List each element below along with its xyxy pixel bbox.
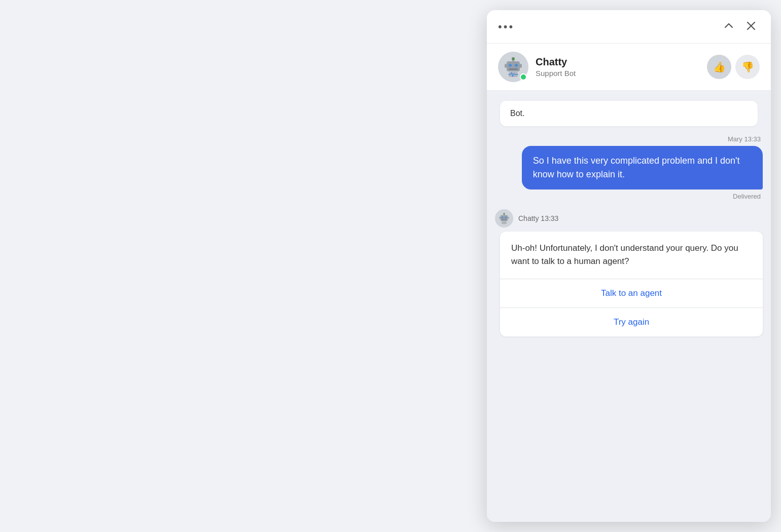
user-message-bubble: So I have this very complicated problem … (522, 146, 763, 189)
try-again-button[interactable]: Try again (500, 308, 763, 336)
partial-bot-bubble: Bot. (500, 101, 758, 126)
topbar-actions (720, 19, 760, 34)
menu-dots[interactable]: ••• (498, 20, 514, 33)
svg-rect-5 (509, 68, 518, 70)
thumbs-down-button[interactable]: 👎 (735, 55, 760, 79)
agent-info: Chatty Support Bot (498, 52, 576, 82)
talk-to-agent-button[interactable]: Talk to an agent (500, 279, 763, 308)
thumbs-up-button[interactable]: 👍 (707, 55, 731, 79)
agent-text-info: Chatty Support Bot (536, 56, 576, 78)
collapse-button[interactable] (720, 19, 737, 34)
chat-body: Bot. Mary 13:33 So I have this very comp… (487, 91, 771, 522)
close-button[interactable] (742, 19, 760, 34)
agent-avatar-wrap (498, 52, 528, 82)
agent-status-dot (520, 73, 527, 81)
agent-header: Chatty Support Bot 👍 👎 (487, 44, 771, 91)
agent-name: Chatty (536, 56, 576, 68)
chat-widget: ••• (487, 10, 771, 522)
svg-rect-14 (502, 219, 507, 220)
svg-rect-19 (502, 221, 507, 224)
bot-reply-meta: Chatty 13:33 (495, 209, 763, 227)
svg-point-16 (503, 213, 505, 214)
bot-reply-name-time: Chatty 13:33 (518, 214, 558, 222)
svg-point-13 (505, 217, 507, 218)
svg-point-12 (502, 217, 503, 218)
bot-reply-card: Uh-oh! Unfortunately, I don't understand… (500, 232, 763, 336)
bot-mini-avatar (495, 209, 513, 227)
svg-point-4 (515, 64, 518, 67)
bot-reply-wrap: Chatty 13:33 Uh-oh! Unfortunately, I don… (495, 209, 763, 336)
widget-topbar: ••• (487, 10, 771, 44)
svg-point-3 (509, 64, 512, 67)
delivered-label: Delivered (733, 193, 761, 200)
user-message-wrap: Mary 13:33 So I have this very complicat… (495, 135, 763, 200)
feedback-buttons: 👍 👎 (707, 55, 760, 79)
svg-rect-11 (501, 215, 508, 221)
svg-rect-18 (508, 217, 509, 219)
bot-reply-text: Uh-oh! Unfortunately, I don't understand… (500, 232, 763, 279)
agent-role: Support Bot (536, 69, 576, 78)
svg-point-7 (512, 57, 515, 60)
svg-rect-8 (505, 64, 507, 68)
user-message-meta: Mary 13:33 (728, 135, 761, 143)
svg-rect-9 (520, 64, 522, 68)
svg-rect-17 (499, 217, 500, 219)
